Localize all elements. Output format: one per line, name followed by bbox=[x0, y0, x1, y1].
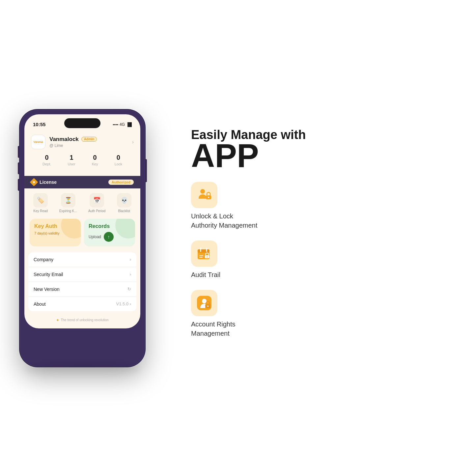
stat-key-label: Key bbox=[92, 162, 98, 166]
card-key-auth-sub: 7 day(s) validity bbox=[34, 231, 76, 235]
svg-rect-11 bbox=[199, 257, 203, 258]
action-blacklist[interactable]: 💀 Blacklist bbox=[117, 193, 131, 213]
stat-dept-label: Dept. bbox=[42, 162, 51, 166]
refresh-icon: ↻ bbox=[127, 287, 131, 292]
card-upload-row: Upload ↑ bbox=[89, 232, 130, 242]
menu-item-security-email[interactable]: Security Email › bbox=[28, 267, 136, 282]
stat-lock-number: 0 bbox=[115, 154, 122, 161]
admin-badge: Admin bbox=[81, 137, 97, 142]
license-label: License bbox=[40, 180, 57, 185]
stat-key: 0 Key bbox=[92, 154, 98, 166]
phone-shell: 10:55 ▪▪▪▪ 4G ▐█ Vanma bbox=[20, 110, 145, 367]
menu-item-new-version[interactable]: New Version ↻ bbox=[28, 282, 136, 297]
svg-point-15 bbox=[207, 306, 209, 307]
profile-info: Vanmalock Admin @ Lime bbox=[49, 136, 128, 148]
status-time: 10:55 bbox=[33, 122, 45, 127]
svg-rect-10 bbox=[199, 255, 203, 256]
expiring-icon: ⏳ bbox=[61, 193, 75, 208]
card-upload-label: Upload bbox=[89, 235, 101, 239]
authorized-badge: Authorized bbox=[108, 180, 134, 185]
feature-account-rights: Account RightsManagement bbox=[191, 290, 456, 338]
menu-company-label: Company bbox=[34, 257, 53, 262]
profile-name-text: Vanmalock bbox=[49, 136, 79, 143]
menu-security-right: › bbox=[130, 272, 131, 277]
menu-security-label: Security Email bbox=[34, 272, 63, 277]
profile-section: Vanma Vanmalock Admin @ Lime › bbox=[24, 131, 140, 173]
battery-icon: ▐█ bbox=[126, 122, 132, 127]
svg-point-3 bbox=[208, 197, 209, 198]
license-bar: License Authorized bbox=[24, 176, 140, 188]
menu-version-label: New Version bbox=[34, 287, 60, 292]
feature-account-rights-icon-wrap bbox=[191, 290, 217, 316]
audit-trail-icon bbox=[196, 245, 212, 262]
profile-sub: @ Lime bbox=[49, 143, 128, 148]
profile-row: Vanma Vanmalock Admin @ Lime › bbox=[31, 135, 134, 149]
menu-item-about[interactable]: About V1.5.0 › bbox=[28, 297, 136, 311]
action-auth-period[interactable]: 📅 Auth Period bbox=[88, 193, 105, 213]
svg-point-1 bbox=[200, 189, 205, 194]
cards-row: Key Auth 7 day(s) validity Records Uploa… bbox=[24, 215, 140, 250]
menu-about-right: V1.5.0 › bbox=[116, 301, 131, 306]
status-icons: ▪▪▪▪ 4G ▐█ bbox=[113, 122, 132, 127]
stat-user: 1 User bbox=[68, 154, 75, 166]
phone-reflection bbox=[24, 363, 140, 377]
signal-icon: ▪▪▪▪ bbox=[113, 122, 118, 127]
stat-lock-label: Lock bbox=[115, 162, 122, 166]
svg-point-13 bbox=[202, 299, 207, 303]
headline-line2: APP bbox=[191, 139, 259, 172]
action-expiring-k[interactable]: ⏳ Expiring K... bbox=[59, 193, 77, 213]
menu-security-arrow: › bbox=[130, 272, 131, 277]
stat-dept: 0 Dept. bbox=[42, 154, 51, 166]
stat-dept-number: 0 bbox=[42, 154, 51, 161]
expiring-label: Expiring K... bbox=[59, 209, 77, 213]
unlock-lock-icon bbox=[196, 187, 212, 203]
diamond-icon bbox=[30, 178, 38, 186]
license-left: License bbox=[31, 179, 57, 185]
card-records[interactable]: Records Upload ↑ bbox=[84, 219, 135, 246]
menu-about-version: V1.5.0 › bbox=[116, 301, 131, 306]
menu-company-arrow: › bbox=[130, 257, 131, 262]
svg-marker-0 bbox=[32, 180, 36, 184]
stat-lock: 0 Lock bbox=[115, 154, 122, 166]
profile-name-row: Vanmalock Admin bbox=[49, 136, 128, 143]
page-wrapper: 10:55 ▪▪▪▪ 4G ▐█ Vanma bbox=[0, 0, 476, 476]
menu-version-right: ↻ bbox=[127, 287, 131, 292]
feature-audit-trail-label: Audit Trail bbox=[191, 270, 220, 279]
key-read-icon: 🏷️ bbox=[33, 193, 48, 208]
auth-period-label: Auth Period bbox=[88, 209, 105, 213]
feature-audit-trail-icon-wrap bbox=[191, 240, 217, 267]
phone-footer: ✦ The trend of unlocking revolution bbox=[24, 314, 140, 328]
stats-row: 0 Dept. 1 User 0 Key 0 L bbox=[31, 149, 134, 168]
upload-icon: ↑ bbox=[108, 234, 110, 239]
action-key-read[interactable]: 🏷️ Key Read bbox=[33, 193, 48, 213]
footer-text: The trend of unlocking revolution bbox=[61, 318, 108, 322]
card-key-auth[interactable]: Key Auth 7 day(s) validity bbox=[30, 219, 81, 246]
svg-rect-5 bbox=[198, 249, 210, 253]
auth-period-icon: 📅 bbox=[90, 193, 104, 208]
profile-arrow-icon[interactable]: › bbox=[132, 139, 134, 145]
card-records-title: Records bbox=[89, 223, 130, 229]
stat-key-number: 0 bbox=[92, 154, 98, 161]
feature-unlock-lock: Unlock & LockAuthority Management bbox=[191, 182, 456, 230]
menu-company-right: › bbox=[130, 257, 131, 262]
menu-item-company[interactable]: Company › bbox=[28, 252, 136, 267]
feature-unlock-lock-label: Unlock & LockAuthority Management bbox=[191, 211, 257, 230]
stat-user-label: User bbox=[68, 162, 75, 166]
feature-account-rights-label: Account RightsManagement bbox=[191, 320, 236, 338]
svg-point-9 bbox=[207, 257, 208, 258]
menu-about-label: About bbox=[34, 301, 46, 307]
stat-user-number: 1 bbox=[68, 154, 75, 161]
network-label: 4G bbox=[120, 122, 125, 127]
footer-logo-icon: ✦ bbox=[56, 318, 59, 322]
blacklist-icon: 💀 bbox=[117, 193, 131, 208]
key-read-label: Key Read bbox=[33, 209, 48, 213]
blacklist-label: Blacklist bbox=[118, 209, 130, 213]
right-panel: Easily Manage with APP Unlock & LockAuth… bbox=[184, 127, 456, 349]
menu-list: Company › Security Email › New Version bbox=[28, 252, 136, 311]
upload-button[interactable]: ↑ bbox=[104, 232, 114, 242]
feature-audit-trail: Audit Trail bbox=[191, 240, 456, 279]
phone-screen: 10:55 ▪▪▪▪ 4G ▐█ Vanma bbox=[24, 114, 140, 328]
card-key-auth-title: Key Auth bbox=[34, 223, 76, 229]
feature-unlock-lock-icon-wrap bbox=[191, 182, 217, 208]
quick-actions: 🏷️ Key Read ⏳ Expiring K... 📅 Auth Perio… bbox=[24, 188, 140, 215]
